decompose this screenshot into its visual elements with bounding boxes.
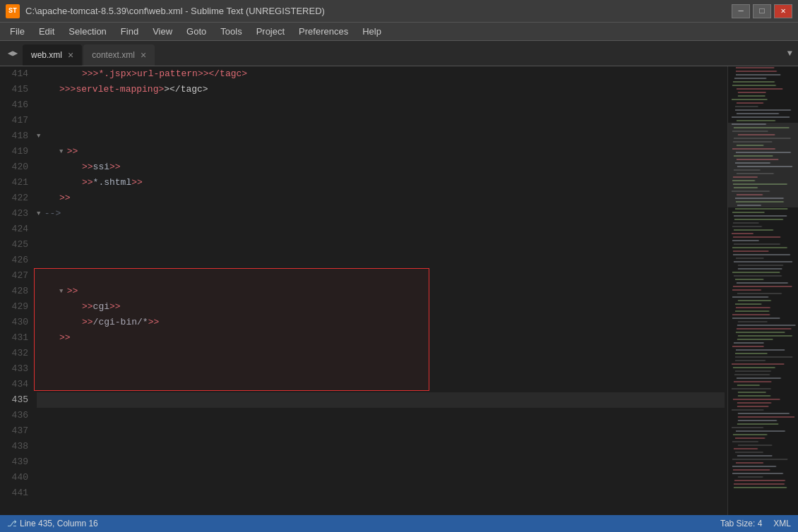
line-number-433: 433 [6,361,28,377]
status-position: Line 435, Column 16 [20,519,98,528]
status-left: ⎇ Line 435, Column 16 [7,519,98,528]
app-icon: ST [6,4,20,18]
title-text: C:\apache-tomcat-8.5.39\conf\web.xml - S… [25,6,325,16]
fold-arrow-419[interactable]: ▼ [59,144,67,159]
menu-item-help[interactable]: Help [355,23,388,41]
tab-close-context-xml[interactable]: × [141,50,146,60]
line-number-423: 423 [6,206,28,222]
menu-item-view[interactable]: View [145,23,179,41]
menu-item-tools[interactable]: Tools [213,23,249,41]
minimap[interactable] [727,66,798,515]
menu-bar: FileEditSelectionFindViewGotoToolsProjec… [0,23,798,41]
code-line-431[interactable]: >> [37,330,725,346]
line-number-434: 434 [6,377,28,392]
line-number-430: 430 [6,315,28,330]
file-type: XML [773,519,791,528]
tab-label-context-xml: context.xml [92,50,135,60]
line-number-431: 431 [6,330,28,346]
line-numbers: 4144154164174184194204214224234244254264… [0,66,34,515]
line-number-437: 437 [6,423,28,439]
line-number-422: 422 [6,191,28,206]
tab-size: Tab Size: 4 [720,519,762,528]
tab-bar: ◀▶ web.xml × context.xml × ▼ [0,41,798,66]
menu-item-find[interactable]: Find [114,23,145,41]
line-number-424: 424 [6,222,28,237]
code-area[interactable]: >>>*.jspx>url-pattern>></tagc>>>>servlet… [34,66,727,515]
code-line-424[interactable] [37,222,725,237]
code-line-423[interactable]: ▼ --> [37,206,725,222]
editor: 4144154164174184194204214224234244254264… [0,66,798,515]
code-line-437[interactable] [37,423,725,439]
code-line-430[interactable]: >>/cgi-bin/*>> [37,315,725,330]
line-number-428: 428 [6,284,28,299]
menu-item-file[interactable]: File [3,23,32,41]
code-line-439[interactable] [37,454,725,470]
menu-item-goto[interactable]: Goto [179,23,213,41]
code-line-418[interactable]: ▼ [37,128,725,144]
line-number-418: 418 [6,128,28,144]
code-line-440[interactable] [37,470,725,485]
title-bar: ST C:\apache-tomcat-8.5.39\conf\web.xml … [0,0,798,23]
status-bar: ⎇ Line 435, Column 16 Tab Size: 4 XML [0,515,798,532]
close-button[interactable]: ✕ [774,4,792,18]
line-number-421: 421 [6,175,28,191]
code-line-436[interactable] [37,408,725,423]
fold-arrow-418[interactable]: ▼ [37,128,44,144]
line-number-417: 417 [6,113,28,128]
tab-nav-left[interactable]: ◀▶ [6,44,20,64]
code-line-422[interactable]: >> [37,191,725,206]
line-number-426: 426 [6,253,28,268]
code-line-420[interactable]: >>ssi>> [37,159,725,175]
tab-label-web-xml: web.xml [31,50,62,60]
line-number-415: 415 [6,82,28,97]
line-number-435: 435 [6,392,28,408]
git-icon: ⎇ [7,519,17,528]
code-line-427[interactable] [37,268,725,284]
code-line-438[interactable] [37,439,725,454]
fold-arrow-423[interactable]: ▼ [37,206,44,222]
line-number-419: 419 [6,144,28,159]
code-line-416[interactable] [37,97,725,113]
line-number-436: 436 [6,408,28,423]
menu-item-selection[interactable]: Selection [61,23,113,41]
minimize-button[interactable]: ─ [732,4,750,18]
code-line-419[interactable]: ▼ >> [37,144,725,159]
status-right: Tab Size: 4 XML [720,519,791,528]
code-line-434[interactable] [37,377,725,392]
tab-web-xml[interactable]: web.xml × [23,44,82,66]
code-line-432[interactable] [37,346,725,361]
code-line-426[interactable] [37,253,725,268]
line-number-414: 414 [6,66,28,82]
code-line-433[interactable] [37,361,725,377]
line-number-438: 438 [6,439,28,454]
code-line-441[interactable] [37,485,725,501]
line-number-441: 441 [6,485,28,501]
code-line-415[interactable]: >>>servlet-mapping>></tagc> [37,82,725,97]
window-controls: ─ □ ✕ [732,4,792,18]
tab-close-web-xml[interactable]: × [68,50,73,60]
line-number-429: 429 [6,299,28,315]
code-line-421[interactable]: >>*.shtml>> [37,175,725,191]
menu-item-preferences[interactable]: Preferences [292,23,355,41]
line-number-416: 416 [6,97,28,113]
line-number-439: 439 [6,454,28,470]
tab-dropdown-button[interactable]: ▼ [787,49,792,59]
code-line-417[interactable] [37,113,725,128]
line-number-440: 440 [6,470,28,485]
title-bar-left: ST C:\apache-tomcat-8.5.39\conf\web.xml … [6,4,325,18]
code-line-429[interactable]: >>cgi>> [37,299,725,315]
code-line-428[interactable]: ▼ >> [37,284,725,299]
line-number-432: 432 [6,346,28,361]
line-number-420: 420 [6,159,28,175]
fold-arrow-428[interactable]: ▼ [59,284,67,299]
code-line-435[interactable] [37,392,725,408]
line-number-427: 427 [6,268,28,284]
menu-item-edit[interactable]: Edit [32,23,61,41]
minimap-viewport [728,123,798,207]
code-line-414[interactable]: >>>*.jspx>url-pattern>></tagc> [37,66,725,82]
menu-item-project[interactable]: Project [249,23,292,41]
line-number-425: 425 [6,237,28,253]
tab-context-xml[interactable]: context.xml × [83,44,155,66]
restore-button[interactable]: □ [753,4,771,18]
code-line-425[interactable] [37,237,725,253]
